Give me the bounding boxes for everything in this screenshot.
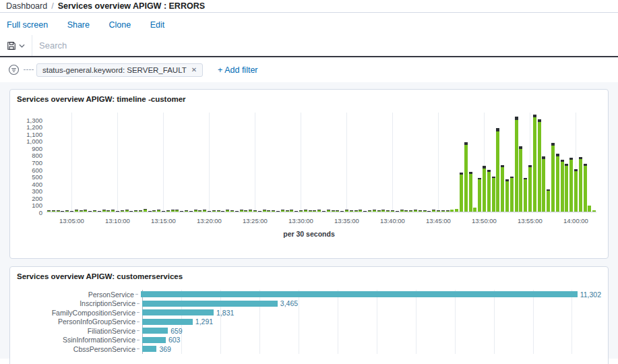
- timeline-bar[interactable]: [212, 210, 216, 212]
- timeline-bar[interactable]: [496, 131, 499, 212]
- timeline-bar[interactable]: [157, 210, 160, 212]
- breadcrumb-dashboard[interactable]: Dashboard: [6, 1, 47, 11]
- saved-query-button[interactable]: [0, 35, 32, 56]
- timeline-bar[interactable]: [129, 211, 133, 212]
- timeline-bar-cap[interactable]: [171, 210, 175, 210]
- timeline-bar[interactable]: [253, 211, 257, 212]
- timeline-bar-cap[interactable]: [501, 165, 504, 167]
- timeline-bar[interactable]: [510, 178, 514, 212]
- timeline-bar-cap[interactable]: [354, 210, 358, 211]
- timeline-bar[interactable]: [240, 210, 243, 212]
- timeline-bar[interactable]: [203, 210, 206, 212]
- timeline-bar-cap[interactable]: [519, 146, 522, 149]
- timeline-bar-cap[interactable]: [515, 117, 518, 120]
- timeline-bar[interactable]: [148, 211, 152, 212]
- timeline-bar[interactable]: [125, 210, 129, 212]
- timeline-bar-cap[interactable]: [263, 210, 266, 210]
- timeline-bar[interactable]: [336, 210, 339, 212]
- timeline-bar[interactable]: [267, 211, 270, 212]
- timeline-bar-cap[interactable]: [404, 210, 408, 211]
- timeline-bar[interactable]: [235, 211, 239, 212]
- timeline-bar[interactable]: [414, 210, 417, 212]
- timeline-bar[interactable]: [524, 179, 527, 212]
- timeline-bar[interactable]: [208, 211, 211, 212]
- timeline-bar-cap[interactable]: [336, 210, 339, 211]
- timeline-bar[interactable]: [327, 210, 330, 212]
- timeline-bar-cap[interactable]: [253, 210, 257, 211]
- timeline-bar[interactable]: [460, 175, 463, 212]
- timeline-bar[interactable]: [368, 211, 371, 212]
- timeline-bar-cap[interactable]: [510, 177, 514, 179]
- timeline-bar[interactable]: [65, 210, 69, 212]
- timeline-bar-cap[interactable]: [487, 170, 491, 172]
- timeline-bar-cap[interactable]: [579, 157, 582, 159]
- timeline-bar[interactable]: [473, 208, 476, 212]
- timeline-bar-cap[interactable]: [359, 210, 362, 210]
- timeline-bar-cap[interactable]: [542, 156, 545, 159]
- timeline-bar-cap[interactable]: [368, 210, 371, 211]
- timeline-bar[interactable]: [80, 211, 83, 212]
- customerservices-chart[interactable]: PersonService11,302InscriptionService3,4…: [10, 290, 601, 354]
- timeline-bar[interactable]: [538, 122, 541, 212]
- timeline-bar-cap[interactable]: [528, 165, 532, 167]
- timeline-bar[interactable]: [116, 211, 119, 212]
- timeline-bar-cap[interactable]: [75, 210, 78, 210]
- timeline-bar[interactable]: [373, 210, 376, 212]
- timeline-bar-cap[interactable]: [345, 210, 348, 210]
- timeline-bar-cap[interactable]: [432, 210, 435, 210]
- timeline-bar[interactable]: [144, 210, 147, 212]
- timeline-bar[interactable]: [350, 211, 353, 212]
- timeline-bar[interactable]: [340, 211, 344, 212]
- timeline-bar-cap[interactable]: [57, 210, 60, 211]
- timeline-bar-cap[interactable]: [441, 210, 445, 211]
- timeline-bar-cap[interactable]: [400, 210, 404, 210]
- timeline-bar-cap[interactable]: [194, 210, 197, 210]
- timeline-bar[interactable]: [317, 210, 321, 212]
- timeline-bar-cap[interactable]: [52, 210, 55, 211]
- timeline-bar[interactable]: [551, 146, 555, 212]
- timeline-bar[interactable]: [102, 210, 106, 212]
- timeline-bar[interactable]: [189, 211, 193, 212]
- timeline-bar[interactable]: [579, 159, 582, 212]
- timeline-bar-cap[interactable]: [286, 210, 289, 211]
- timeline-bar-cap[interactable]: [111, 210, 115, 210]
- timeline-bar[interactable]: [354, 211, 358, 212]
- timeline-bar-cap[interactable]: [309, 210, 312, 211]
- timeline-bar[interactable]: [276, 211, 280, 212]
- timeline-bar[interactable]: [217, 211, 220, 212]
- timeline-bar[interactable]: [505, 181, 509, 212]
- timeline-bar[interactable]: [75, 210, 78, 212]
- timeline-bar-cap[interactable]: [423, 210, 427, 211]
- timeline-bar-cap[interactable]: [121, 210, 124, 211]
- timeline-bar[interactable]: [483, 169, 486, 212]
- timeline-bar[interactable]: [363, 211, 367, 212]
- timeline-bar[interactable]: [139, 211, 142, 212]
- timeline-bar[interactable]: [194, 210, 197, 212]
- timeline-bar-cap[interactable]: [409, 210, 412, 211]
- timeline-bar-cap[interactable]: [551, 143, 555, 146]
- timeline-bar[interactable]: [185, 211, 188, 212]
- timeline-bar-cap[interactable]: [386, 210, 390, 211]
- timeline-bar[interactable]: [515, 120, 518, 212]
- timeline-bar[interactable]: [386, 211, 390, 212]
- timeline-bar-cap[interactable]: [244, 210, 247, 211]
- timeline-bar[interactable]: [427, 211, 431, 212]
- timeline-bar[interactable]: [111, 210, 115, 212]
- timeline-bar[interactable]: [57, 211, 60, 212]
- timeline-bar-cap[interactable]: [569, 158, 573, 160]
- timeline-bar-cap[interactable]: [538, 119, 541, 122]
- timeline-bar[interactable]: [180, 211, 183, 212]
- timeline-bar-cap[interactable]: [281, 210, 284, 210]
- timeline-bar[interactable]: [332, 211, 335, 212]
- timeline-bar-cap[interactable]: [373, 210, 376, 210]
- timeline-bar[interactable]: [258, 211, 261, 212]
- timeline-bar-cap[interactable]: [381, 210, 385, 210]
- timeline-bar[interactable]: [226, 210, 229, 212]
- timeline-bar-cap[interactable]: [185, 210, 188, 211]
- timeline-bar[interactable]: [396, 211, 399, 212]
- timeline-bar-cap[interactable]: [84, 210, 87, 210]
- services-bar[interactable]: [142, 301, 278, 307]
- timeline-bar[interactable]: [377, 211, 381, 212]
- timeline-bar[interactable]: [565, 166, 568, 212]
- timeline-bar[interactable]: [542, 159, 545, 212]
